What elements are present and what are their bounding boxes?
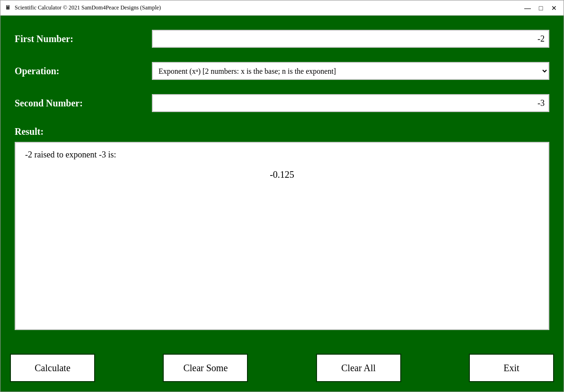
operation-label: Operation: [15,66,152,77]
second-number-input[interactable] [152,94,549,112]
first-number-label: First Number: [15,34,152,44]
clear-all-button[interactable]: Clear All [316,354,401,382]
title-bar-left: 🖩 Scientific Calculator © 2021 SamDom4Pe… [4,4,161,12]
content-area: First Number: Operation: Exponent (xⁿ) [… [0,16,564,349]
window-title: Scientific Calculator © 2021 SamDom4Peac… [15,4,161,11]
app-icon: 🖩 [4,4,12,12]
result-value: -0.125 [25,169,539,180]
close-button[interactable]: ✕ [548,3,560,13]
exit-button[interactable]: Exit [469,354,554,382]
minimize-button[interactable]: — [522,3,533,13]
second-number-row: Second Number: [15,94,549,112]
main-window: 🖩 Scientific Calculator © 2021 SamDom4Pe… [0,0,564,392]
calculate-button[interactable]: Calculate [10,354,95,382]
result-label: Result: [15,126,549,137]
button-bar: Calculate Clear Some Clear All Exit [0,349,564,392]
title-bar: 🖩 Scientific Calculator © 2021 SamDom4Pe… [0,0,564,16]
maximize-button[interactable]: □ [535,3,546,13]
second-number-label: Second Number: [15,98,152,109]
clear-some-button[interactable]: Clear Some [163,354,248,382]
window-controls: — □ ✕ [522,3,560,13]
operation-row: Operation: Exponent (xⁿ) [2 numbers: x i… [15,62,549,80]
first-number-row: First Number: [15,30,549,48]
result-box: -2 raised to exponent -3 is: -0.125 [15,142,549,330]
result-section: Result: -2 raised to exponent -3 is: -0.… [15,126,549,330]
result-line1: -2 raised to exponent -3 is: [25,150,539,160]
operation-select[interactable]: Exponent (xⁿ) [2 numbers: x is the base;… [152,62,549,80]
first-number-input[interactable] [152,30,549,48]
